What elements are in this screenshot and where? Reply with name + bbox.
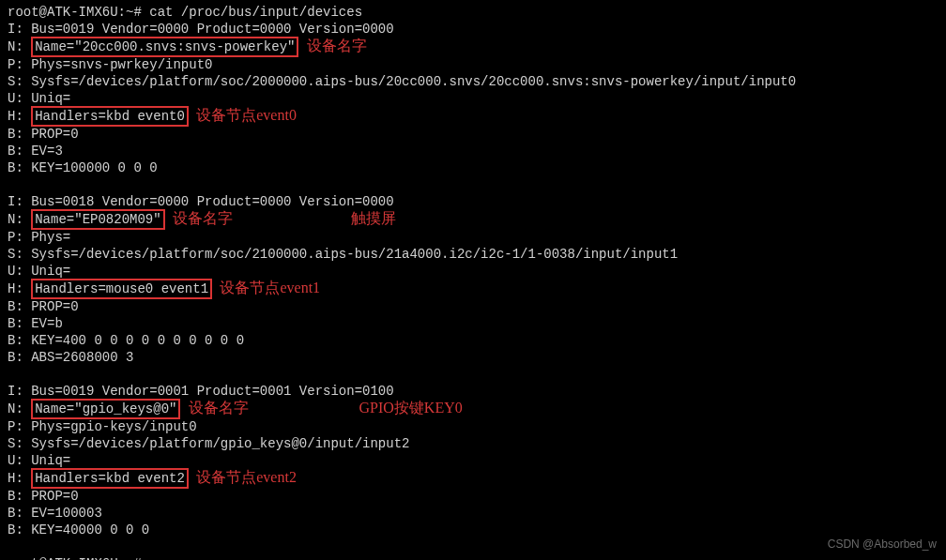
dev2-prop: B: PROP=0 — [8, 488, 938, 505]
dev2-title-annotation: GPIO按键KEY0 — [359, 400, 462, 416]
handlers-prefix: H: — [8, 471, 31, 486]
final-prompt[interactable]: root@ATK-IMX6U:~# — [8, 555, 938, 560]
dev0-prop: B: PROP=0 — [8, 126, 938, 143]
dev2-handlers-line: H: Handlers=kbd event2 设备节点event2 — [8, 469, 938, 488]
dev2-name-annotation: 设备名字 — [189, 400, 249, 416]
name-prefix: N: — [8, 212, 31, 227]
command-line[interactable]: root@ATK-IMX6U:~# cat /proc/bus/input/de… — [8, 4, 938, 21]
dev0-handlers: Handlers=kbd event0 — [35, 109, 185, 124]
dev0-sysfs: S: Sysfs=/devices/platform/soc/2000000.a… — [8, 73, 938, 90]
dev1-name-annotation: 设备名字 — [173, 210, 233, 226]
dev0-key: B: KEY=100000 0 0 0 — [8, 159, 938, 176]
dev2-name-line: N: Name="gpio_keys@0" 设备名字 GPIO按键KEY0 — [8, 400, 938, 418]
dev1-sysfs: S: Sysfs=/devices/platform/soc/2100000.a… — [8, 246, 938, 263]
dev0-handlers-line: H: Handlers=kbd event0 设备节点event0 — [8, 107, 938, 126]
name-prefix: N: — [8, 39, 31, 54]
dev2-name-highlight: Name="gpio_keys@0" — [31, 399, 180, 419]
dev2-handlers: Handlers=kbd event2 — [35, 471, 185, 486]
name-prefix: N: — [8, 401, 31, 416]
dev0-phys: P: Phys=snvs-pwrkey/input0 — [8, 56, 938, 73]
command-text: cat /proc/bus/input/devices — [149, 5, 362, 20]
dev1-bus: I: Bus=0018 Vendor=0000 Product=0000 Ver… — [8, 193, 938, 210]
dev1-uniq: U: Uniq= — [8, 263, 938, 280]
dev0-handlers-annotation: 设备节点event0 — [196, 107, 297, 123]
dev0-ev: B: EV=3 — [8, 143, 938, 159]
dev1-handlers-highlight: Handlers=mouse0 event1 — [31, 279, 212, 299]
blank-line — [8, 366, 938, 383]
dev2-sysfs: S: Sysfs=/devices/platform/gpio_keys@0/i… — [8, 435, 938, 452]
dev0-name-annotation: 设备名字 — [307, 38, 367, 53]
dev2-key: B: KEY=40000 0 0 0 — [8, 522, 938, 538]
dev1-phys: P: Phys= — [8, 229, 938, 246]
handlers-prefix: H: — [8, 109, 31, 124]
dev1-title-annotation: 触摸屏 — [351, 210, 396, 226]
dev1-handlers-annotation: 设备节点event1 — [220, 280, 320, 295]
dev2-name: Name="gpio_keys@0" — [35, 401, 176, 416]
dev0-handlers-highlight: Handlers=kbd event0 — [31, 106, 189, 127]
dev1-ev: B: EV=b — [8, 315, 938, 332]
dev1-prop: B: PROP=0 — [8, 298, 938, 315]
dev1-key: B: KEY=400 0 0 0 0 0 0 0 0 0 0 — [8, 332, 938, 349]
dev2-handlers-highlight: Handlers=kbd event2 — [31, 468, 189, 489]
dev0-name-highlight: Name="20cc000.snvs:snvs-powerkey" — [31, 37, 298, 57]
dev1-name-line: N: Name="EP0820M09" 设备名字 触摸屏 — [8, 210, 938, 229]
handlers-prefix: H: — [8, 281, 31, 296]
dev0-bus: I: Bus=0019 Vendor=0000 Product=0000 Ver… — [8, 21, 938, 38]
dev2-ev: B: EV=100003 — [8, 505, 938, 522]
blank-line — [8, 538, 938, 555]
dev0-name: Name="20cc000.snvs:snvs-powerkey" — [35, 39, 295, 54]
dev2-bus: I: Bus=0019 Vendor=0001 Product=0001 Ver… — [8, 383, 938, 400]
dev2-phys: P: Phys=gpio-keys/input0 — [8, 418, 938, 435]
dev0-name-line: N: Name="20cc000.snvs:snvs-powerkey" 设备名… — [8, 38, 938, 56]
prompt: root@ATK-IMX6U:~# — [8, 5, 149, 20]
blank-line — [8, 176, 938, 193]
watermark: CSDN @Absorbed_w — [828, 536, 937, 552]
dev1-abs: B: ABS=2608000 3 — [8, 349, 938, 366]
dev2-handlers-annotation: 设备节点event2 — [196, 469, 297, 485]
dev2-uniq: U: Uniq= — [8, 452, 938, 469]
dev1-handlers-line: H: Handlers=mouse0 event1 设备节点event1 — [8, 280, 938, 298]
dev1-handlers: Handlers=mouse0 event1 — [35, 281, 208, 296]
dev0-uniq: U: Uniq= — [8, 90, 938, 107]
dev1-name: Name="EP0820M09" — [35, 212, 160, 227]
dev1-name-highlight: Name="EP0820M09" — [31, 209, 164, 230]
